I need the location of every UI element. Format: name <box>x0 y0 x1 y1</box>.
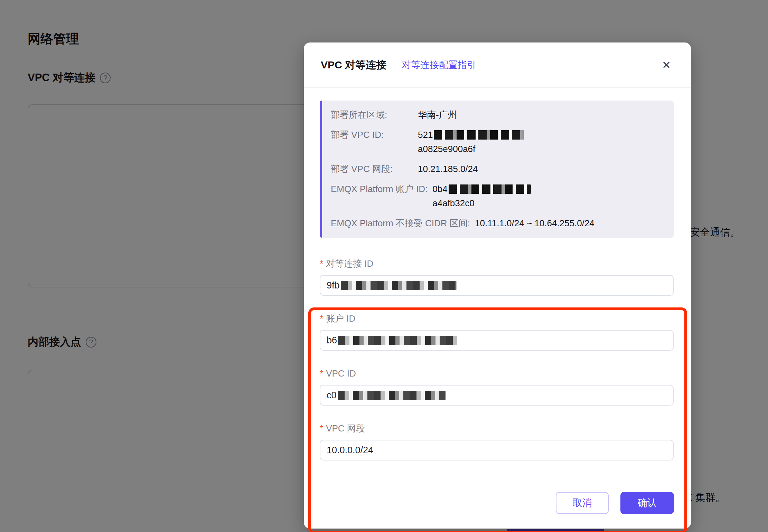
info-value: 10.11.1.0/24 ~ 10.64.255.0/24 <box>475 216 594 230</box>
vpc-peering-dialog: VPC 对等连接 对等连接配置指引 ✕ 部署所在区域: 华南-广州 部署 VPC… <box>304 42 691 529</box>
info-label: 部署所在区域: <box>331 108 418 122</box>
vpc-id-input[interactable]: c0 <box>320 385 674 406</box>
required-mark: * <box>320 423 323 434</box>
close-icon[interactable]: ✕ <box>662 60 671 70</box>
field-label: *VPC 网段 <box>320 422 674 435</box>
field-peering-id: *对等连接 ID 9fb <box>320 257 674 296</box>
redacted-value <box>449 184 531 194</box>
field-label: *VPC ID <box>320 367 674 380</box>
peering-id-input[interactable]: 9fb <box>320 275 674 296</box>
field-label: *账户 ID <box>320 312 674 325</box>
field-account-id: *账户 ID b6 <box>320 312 674 351</box>
info-label: 部署 VPC ID: <box>331 128 418 156</box>
cancel-button[interactable]: 取消 <box>556 492 609 514</box>
field-vpc-cidr: *VPC 网段 <box>320 422 674 460</box>
dialog-footer: 取消 确认 <box>556 492 674 514</box>
required-mark: * <box>320 313 323 324</box>
info-label: 部署 VPC 网段: <box>331 162 418 176</box>
redacted-value <box>338 391 446 400</box>
title-divider <box>394 60 394 70</box>
required-mark: * <box>320 368 323 379</box>
redacted-value <box>338 336 457 345</box>
field-vpc-id: *VPC ID c0 <box>320 367 674 406</box>
info-row-rejected-cidr: EMQX Platform 不接受 CIDR 区间: 10.11.1.0/24 … <box>331 216 667 230</box>
dialog-title: VPC 对等连接 <box>321 58 386 72</box>
account-id-input[interactable]: b6 <box>320 330 674 351</box>
info-row-deploy-vpc-cidr: 部署 VPC 网段: 10.21.185.0/24 <box>331 162 667 176</box>
info-label: EMQX Platform 不接受 CIDR 区间: <box>331 216 475 230</box>
info-row-deploy-vpc-id: 部署 VPC ID: 521 a0825e900a6f <box>331 128 667 156</box>
info-value: 0b4 a4afb32c0 <box>432 182 531 210</box>
info-label: EMQX Platform 账户 ID: <box>331 182 432 210</box>
dialog-body: 部署所在区域: 华南-广州 部署 VPC ID: 521 a0825e900a6… <box>304 101 691 460</box>
deployment-info-box: 部署所在区域: 华南-广州 部署 VPC ID: 521 a0825e900a6… <box>320 101 674 238</box>
dialog-header: VPC 对等连接 对等连接配置指引 ✕ <box>304 42 691 88</box>
field-label: *对等连接 ID <box>320 257 674 270</box>
peering-form: *对等连接 ID 9fb *账户 ID b6 *VP <box>320 257 674 460</box>
redacted-value <box>341 281 457 290</box>
peering-config-guide-link[interactable]: 对等连接配置指引 <box>402 59 476 71</box>
vpc-cidr-input[interactable] <box>320 440 674 460</box>
required-mark: * <box>320 258 323 269</box>
confirm-button[interactable]: 确认 <box>620 492 674 514</box>
info-value: 521 a0825e900a6f <box>418 128 524 156</box>
screen: 网络管理 VPC 对等连接 ? 内部接入点 ? 部安全通信。 X 集群。 VPC… <box>0 0 768 532</box>
redacted-value <box>434 130 524 140</box>
info-value: 10.21.185.0/24 <box>418 162 478 176</box>
info-value: 华南-广州 <box>418 108 457 122</box>
info-row-platform-account-id: EMQX Platform 账户 ID: 0b4 a4afb32c0 <box>331 182 667 210</box>
info-row-region: 部署所在区域: 华南-广州 <box>331 108 667 122</box>
